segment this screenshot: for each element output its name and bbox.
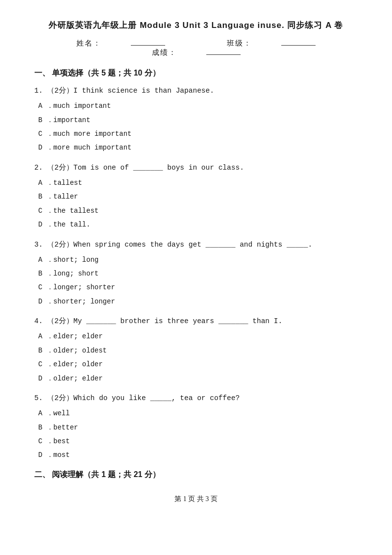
question-2-option-A: A ．tallest [34,177,358,188]
page-footer: 第 1 页 共 3 页 [34,495,358,504]
class-underline [281,45,316,46]
name-underline [131,45,165,46]
question-5-options: A ．wellB ．betterC ．bestD ．most [34,408,358,461]
question-5-option-A: A ．well [34,408,358,419]
score-label: 成绩： [137,49,255,56]
question-1-option-D: D ．more much important [34,142,358,153]
question-2-option-B: B ．taller [34,191,358,202]
question-3-option-B: B ．long; short [34,268,358,279]
question-2-stem: 2. （2分）Tom is one of _______ boys in our… [34,162,358,174]
question-3-option-D: D ．shorter; longer [34,296,358,307]
question-3-stem: 3. （2分）When spring comes the days get __… [34,239,358,251]
question-2-option-C: C ．the tallest [34,205,358,216]
question-1-options: A ．much importantB ．importantC ．much mor… [34,101,358,153]
question-1: 1. （2分）I think science is than Japanese.… [34,85,358,153]
question-5-stem: 5. （2分）Which do you like _____, tea or c… [34,393,358,404]
question-1-option-C: C ．much more important [34,128,358,139]
question-1-stem: 1. （2分）I think science is than Japanese. [34,85,358,97]
question-4-stem: 4. （2分）My _______ brother is three years… [34,316,358,327]
question-3-option-A: A ．short; long [34,254,358,265]
section-one-title: 一、 单项选择（共 5 题；共 10 分） [34,68,358,78]
question-4-option-D: D ．older; elder [34,373,358,384]
questions-container: 1. （2分）I think science is than Japanese.… [34,85,358,461]
question-4-option-C: C ．elder; older [34,359,358,370]
question-5-option-C: C ．best [34,436,358,447]
student-info-row: 姓名： 班级： 成绩： [34,39,358,57]
question-5-option-D: D ．most [34,450,358,460]
question-1-option-B: B ．important [34,115,358,126]
question-4-options: A ．elder; elderB ．older; oldestC ．elder;… [34,331,358,384]
page-title: 外研版英语九年级上册 Module 3 Unit 3 Language inus… [34,20,358,31]
question-5: 5. （2分）Which do you like _____, tea or c… [34,393,358,461]
section-two-title: 二、 阅读理解（共 1 题；共 21 分） [34,470,358,480]
question-4-option-A: A ．elder; elder [34,331,358,342]
question-2: 2. （2分）Tom is one of _______ boys in our… [34,162,358,230]
question-5-option-B: B ．better [34,422,358,433]
class-label: 班级： [212,39,330,47]
question-3-options: A ．short; longB ．long; shortC ．longer; s… [34,254,358,307]
question-3: 3. （2分）When spring comes the days get __… [34,239,358,307]
question-4-option-B: B ．older; oldest [34,345,358,356]
question-2-options: A ．tallestB ．tallerC ．the tallestD ．the … [34,177,358,230]
score-underline [206,54,241,55]
question-2-option-D: D ．the tall. [34,219,358,230]
question-1-option-A: A ．much important [34,101,358,111]
question-3-option-C: C ．longer; shorter [34,282,358,293]
name-label: 姓名： [62,39,183,47]
question-4: 4. （2分）My _______ brother is three years… [34,316,358,384]
